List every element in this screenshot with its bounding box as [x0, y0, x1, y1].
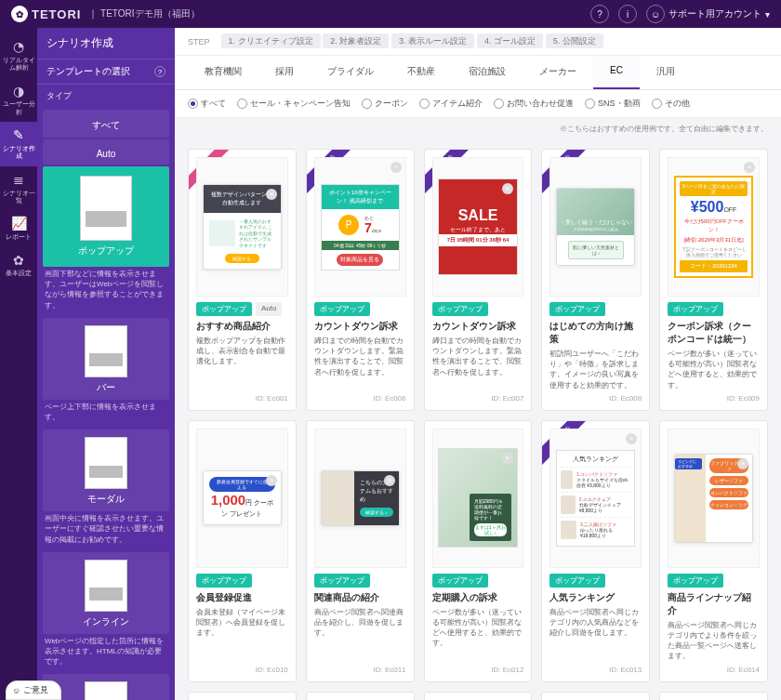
chevron-down-icon: ▾	[765, 9, 770, 20]
category-tab-メーカー[interactable]: メーカー	[523, 56, 593, 89]
step-bar: STEP 1. クリエイティブ設定 2. 対象者設定 3. 表示ルール設定 4.…	[175, 28, 781, 56]
type-item-5[interactable]: インライン	[43, 552, 169, 634]
nav-icon: ◔	[0, 39, 37, 55]
step-chip-5[interactable]: 5. 公開設定	[546, 33, 603, 48]
filter-radio[interactable]: クーポン	[362, 98, 408, 110]
card-preview: ×SALEセール終了まで、あと7日 05時間 01分 36秒 64	[432, 157, 524, 297]
card-desc: 商品ページ閲覧者へ同じカテゴリ内の人気商品などを紹介し回遊を促します。	[549, 607, 642, 662]
help-icon[interactable]: ?	[590, 5, 609, 23]
template-card[interactable]: おすすめ×ポイント10倍キャンペーン！ 残高締切までPあと7days04週 31…	[306, 149, 415, 411]
card-title: 商品ラインナップ紹介	[668, 591, 760, 617]
template-card[interactable]: ×リビングにおすすめファブリックソファレザーソファコンパクトソファクッション・ラ…	[659, 420, 768, 682]
nav-icon: 📈	[0, 216, 37, 231]
nav-item-1[interactable]: ◑ユーザー分析	[0, 78, 37, 123]
card-id: ID: Ec006	[314, 394, 406, 403]
card-preview: ×月額2980円＆送料無料の定期便が一番お得です！まずは1ヶ月お試し ›	[432, 429, 524, 568]
type-item-4[interactable]: モーダル	[43, 429, 169, 511]
card-title: 人気ランキング	[549, 591, 642, 604]
template-card[interactable]: おすすめ×SALEセール終了まで、あと7日 05時間 01分 36秒 64ポップ…	[424, 149, 533, 411]
nav-item-5[interactable]: ✿基本設定	[0, 247, 37, 284]
template-card[interactable]: ×3ページ目をご覧のあなたに限定¥500OFF今だけ500円OFFクーポン！[締…	[659, 149, 768, 411]
nav-icon: ✿	[0, 253, 37, 269]
card-id: ID: Ec010	[196, 666, 288, 674]
card-title: はじめての方向け施策	[549, 320, 642, 346]
type-thumb	[85, 437, 127, 489]
filter-radio[interactable]: すべて	[188, 98, 226, 110]
account-menu[interactable]: ☺ サポート用アカウント ▾	[646, 5, 770, 23]
template-card-placeholder	[188, 692, 297, 701]
close-icon: ×	[626, 433, 637, 444]
type-tag: ポップアップ	[668, 302, 723, 316]
category-tab-採用[interactable]: 採用	[258, 56, 311, 89]
category-tab-EC[interactable]: EC	[593, 56, 640, 89]
template-grid: NEW×複数デザインパターンを自動生成します一番人気のおすすめアイテム これは自…	[175, 139, 781, 700]
card-title: カウントダウン訴求	[432, 320, 524, 333]
step-chip-1[interactable]: 1. クリエイティブ設定	[221, 33, 321, 48]
account-label: サポート用アカウント	[668, 7, 761, 20]
logo-icon: ✿	[11, 6, 28, 22]
note-text: ※こちらはおすすめの使用例です。全て自由に編集できます。	[175, 118, 781, 139]
close-icon: ×	[390, 162, 402, 173]
help-circle-icon[interactable]: ?	[154, 66, 165, 77]
nav-icon: ◑	[0, 84, 37, 99]
template-card[interactable]: ×月額2980円＆送料無料の定期便が一番お得です！まずは1ヶ月お試し ›ポップア…	[424, 420, 533, 682]
category-tab-教育機関[interactable]: 教育機関	[188, 56, 258, 89]
feedback-button[interactable]: ☺ ご意見	[6, 680, 61, 700]
filter-radio[interactable]: アイテム紹介	[419, 98, 483, 110]
template-card[interactable]: おすすめ×・美しく纏う・だけじゃない天然由来成分95%以上配合肌に優しい天然素材…	[541, 149, 650, 411]
type-tag: ポップアップ	[549, 574, 605, 588]
filter-radio[interactable]: お問い合わせ促進	[494, 98, 574, 110]
template-card-placeholder	[424, 692, 533, 701]
type-item-3[interactable]: バー	[43, 318, 169, 400]
template-card[interactable]: ×こちらのアイテムもおすすめ確認する ›ポップアップ関連商品の紹介商品ページ閲覧…	[306, 420, 415, 682]
card-id: ID: Ec013	[549, 666, 642, 674]
nav-item-3[interactable]: ≣シナリオ一覧	[0, 166, 37, 211]
main-content: STEP 1. クリエイティブ設定 2. 対象者設定 3. 表示ルール設定 4.…	[175, 28, 781, 700]
brand-logo[interactable]: ✿ TETORI	[11, 6, 81, 22]
nav-item-0[interactable]: ◔リアルタイム解析	[0, 33, 37, 78]
category-tab-不動産[interactable]: 不動産	[390, 56, 452, 89]
type-tag: ポップアップ	[432, 574, 488, 588]
type-thumb	[80, 176, 132, 241]
nav-item-4[interactable]: 📈レポート	[0, 210, 37, 246]
card-desc: 締日までの時間を自動でカウントダウンします。緊急性を演出することで、閲覧者へ行動…	[314, 336, 406, 390]
template-select-heading: テンプレートの選択 ?	[37, 59, 175, 85]
type-tag: ポップアップ	[549, 302, 605, 316]
card-title: 会員登録促進	[196, 591, 288, 604]
card-id: ID: Ec012	[432, 666, 524, 674]
filter-radio[interactable]: セール・キャンペーン告知	[237, 98, 351, 110]
type-item-0[interactable]: すべて	[43, 110, 169, 138]
card-desc: 商品ページ閲覧者へ同じカテゴリ内でより条件を絞った商品一覧ページへ送客します。	[668, 620, 760, 662]
step-chip-2[interactable]: 2. 対象者設定	[323, 33, 389, 48]
radio-icon	[585, 99, 595, 109]
category-tabs: 教育機関採用ブライダル不動産宿泊施設メーカーEC汎用	[175, 56, 781, 90]
step-label: STEP	[188, 37, 210, 46]
user-icon: ☺	[646, 5, 665, 23]
card-preview: ×人気ランキング1.コンパクトソファスタイルもサイズも自由自在 ¥3,800より…	[549, 429, 642, 568]
filter-radio[interactable]: その他	[652, 98, 690, 110]
info-icon[interactable]: i	[618, 5, 637, 23]
type-item-2[interactable]: ポップアップ	[43, 166, 169, 267]
scenario-heading: シナリオ作成	[37, 28, 175, 59]
template-card[interactable]: ×新規会員登録ですぐに使える1,000円 クーポン プレゼントポップアップ会員登…	[188, 420, 297, 682]
type-item-1[interactable]: Auto	[43, 139, 169, 165]
template-card-placeholder	[659, 692, 768, 701]
template-card[interactable]: NEW×複数デザインパターンを自動生成します一番人気のおすすめアイテム これは自…	[188, 149, 297, 411]
category-tab-ブライダル[interactable]: ブライダル	[311, 56, 390, 89]
card-preview: ×3ページ目をご覧のあなたに限定¥500OFF今だけ500円OFFクーポン！[締…	[668, 157, 760, 297]
card-preview: ×複数デザインパターンを自動生成します一番人気のおすすめアイテム これは自動で生…	[196, 157, 288, 297]
type-tag: Auto	[256, 302, 282, 316]
card-id: ID: Ec009	[668, 394, 760, 403]
filter-radio[interactable]: SNS・動画	[585, 98, 641, 110]
template-card[interactable]: おすすめ×人気ランキング1.コンパクトソファスタイルもサイズも自由自在 ¥3,8…	[541, 420, 650, 682]
category-tab-汎用[interactable]: 汎用	[640, 56, 692, 89]
card-title: カウントダウン訴求	[314, 320, 406, 333]
radio-icon	[362, 99, 372, 109]
step-chip-3[interactable]: 3. 表示ルール設定	[391, 33, 474, 48]
card-title: おすすめ商品紹介	[196, 320, 288, 333]
type-thumb	[85, 560, 127, 612]
category-tab-宿泊施設[interactable]: 宿泊施設	[452, 56, 523, 89]
nav-item-2[interactable]: ✎シナリオ作成	[0, 122, 37, 166]
step-chip-4[interactable]: 4. ゴール設定	[477, 33, 543, 48]
card-desc: ページ数が多い（迷っている可能性が高い）閲覧者などへ使用すると、効果的です。	[432, 607, 524, 662]
